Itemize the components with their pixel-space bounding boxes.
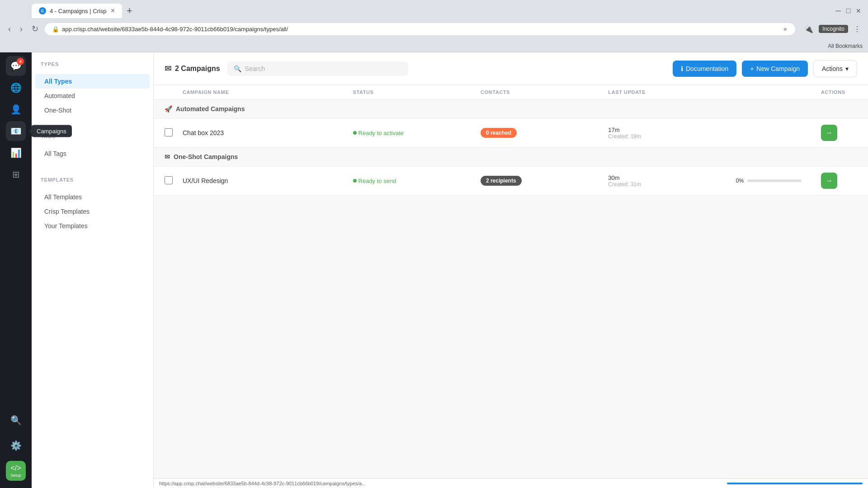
user-icon: 👤 <box>10 104 22 115</box>
search-icon: 🔍 <box>10 415 22 426</box>
new-campaign-button[interactable]: + New Campaign <box>742 61 808 77</box>
plus-icon: + <box>750 65 754 72</box>
last-update-sub-chatbox: Created: 19m <box>608 133 736 140</box>
notification-badge: 4 <box>17 58 24 65</box>
setup-label: Setup <box>10 473 21 478</box>
plugins-icon: ⊞ <box>12 169 20 180</box>
nav-item-globe[interactable]: 🌐 <box>6 78 26 98</box>
search-icon: 🔍 <box>234 65 241 72</box>
sidebar-item-your-templates[interactable]: Your Templates <box>35 219 150 233</box>
th-last-update: LAST UPDATE <box>608 89 736 95</box>
nav-item-chat[interactable]: 💬 4 <box>6 56 26 76</box>
progress-uxui: 0% <box>736 178 821 184</box>
table-row: Chat box 2023 Ready to activate 0 reache… <box>154 118 868 148</box>
nav-item-settings[interactable]: ⚙️ <box>6 436 26 455</box>
mail-icon: ✉ <box>165 64 171 74</box>
progress-bar-uxui <box>747 179 802 182</box>
contacts-badge-chatbox: 0 reached <box>481 128 517 138</box>
oneshot-campaigns-section: ✉ One-Shot Campaigns <box>154 148 868 166</box>
status-progress-bar <box>727 483 863 484</box>
bookmarks-label: All Bookmarks <box>828 43 863 49</box>
automated-section-label: Automated Campaigns <box>176 105 245 113</box>
contacts-badge-uxui: 2 recipients <box>481 176 522 186</box>
last-update-uxui: 30m Created: 31m <box>608 174 736 188</box>
setup-button[interactable]: </> Setup <box>6 461 26 481</box>
doc-icon: ℹ <box>681 65 683 72</box>
action-button-uxui[interactable]: → <box>821 173 837 189</box>
status-chatbox: Ready to activate <box>353 130 481 136</box>
nav-item-contacts[interactable]: 👤 <box>6 99 26 119</box>
rocket-icon: 🚀 <box>165 105 172 113</box>
campaigns-count-label: 2 Campaigns <box>175 65 220 73</box>
last-update-main-chatbox: 17m <box>608 127 736 133</box>
tab-close-button[interactable]: × <box>111 7 115 15</box>
last-update-main-uxui: 30m <box>608 174 736 181</box>
main-content: ✉ 2 Campaigns 🔍 ℹ Documentation + New Ca… <box>154 52 868 488</box>
th-status: STATUS <box>353 89 481 95</box>
globe-icon: 🌐 <box>10 82 22 93</box>
documentation-button[interactable]: ℹ Documentation <box>673 61 736 77</box>
row-checkbox-chatbox[interactable] <box>165 128 173 136</box>
campaign-name-uxui: UX/UI Redesign <box>183 177 353 184</box>
actions-button[interactable]: Actions ▾ <box>813 60 857 77</box>
sidebar-item-automated[interactable]: Automated <box>35 89 150 103</box>
close-button[interactable]: × <box>854 5 863 18</box>
status-url: https://app.crisp.chat/website/6833ae5b-… <box>159 481 727 486</box>
sidebar-item-all-templates[interactable]: All Templates <box>35 190 150 204</box>
forward-button[interactable]: › <box>17 23 25 36</box>
th-actions: ACTIONS <box>821 89 857 95</box>
campaign-name-chatbox: Chat box 2023 <box>183 129 353 136</box>
search-box: 🔍 <box>227 61 408 76</box>
contacts-uxui: 2 recipients <box>481 176 608 186</box>
analytics-icon: 📊 <box>10 147 22 158</box>
action-button-chatbox[interactable]: → <box>821 125 837 141</box>
minimize-button[interactable]: ─ <box>834 5 842 17</box>
menu-button[interactable]: ⋮ <box>852 23 863 35</box>
campaigns-icon: 📧 <box>10 126 22 136</box>
oneshot-section-label: One-Shot Campaigns <box>174 153 238 160</box>
progress-label-uxui: 0% <box>736 178 744 184</box>
table-header: CAMPAIGN NAME STATUS CONTACTS LAST UPDAT… <box>154 85 868 100</box>
status-dot-chatbox <box>353 131 357 135</box>
status-bar: https://app.crisp.chat/website/6833ae5b-… <box>154 478 868 488</box>
campaigns-count: ✉ 2 Campaigns <box>165 64 220 74</box>
campaigns-table: CAMPAIGN NAME STATUS CONTACTS LAST UPDAT… <box>154 85 868 478</box>
templates-section-title: TEMPLATES <box>41 177 144 183</box>
tab-title: 4 - Campaigns | Crisp <box>50 8 106 14</box>
incognito-badge: Incognito <box>819 25 848 33</box>
status-uxui: Ready to send <box>353 178 481 184</box>
th-checkbox <box>165 89 183 95</box>
url-bar[interactable]: app.crisp.chat/website/6833ae5b-844d-4c9… <box>62 26 780 33</box>
setup-code-icon: </> <box>10 464 21 472</box>
action-chatbox: → <box>821 125 857 141</box>
nav-item-campaigns[interactable]: 📧 Campaigns <box>6 121 26 141</box>
contacts-chatbox: 0 reached <box>481 128 608 138</box>
new-tab-button[interactable]: + <box>124 3 135 19</box>
th-campaign-name: CAMPAIGN NAME <box>183 89 353 95</box>
maximize-button[interactable]: □ <box>844 5 853 17</box>
nav-item-search[interactable]: 🔍 <box>6 410 26 430</box>
chevron-down-icon: ▾ <box>845 65 849 72</box>
gear-icon: ⚙️ <box>10 440 22 451</box>
extensions-button[interactable]: 🔌 <box>802 23 815 35</box>
search-input[interactable] <box>245 65 402 72</box>
last-update-sub-uxui: Created: 31m <box>608 181 736 188</box>
top-bar: ✉ 2 Campaigns 🔍 ℹ Documentation + New Ca… <box>154 52 868 85</box>
sidebar-item-all-tags[interactable]: All Tags <box>35 146 150 161</box>
sidebar-item-crisp-templates[interactable]: Crisp Templates <box>35 204 150 219</box>
status-dot-uxui <box>353 179 357 183</box>
last-update-chatbox: 17m Created: 19m <box>608 127 736 140</box>
back-button[interactable]: ‹ <box>5 23 14 36</box>
icon-nav: 💬 4 🌐 👤 📧 Campaigns 📊 ⊞ 🔍 ⚙️ </> <box>0 52 32 488</box>
sidebar-item-one-shot[interactable]: One-Shot <box>35 103 150 117</box>
th-progress <box>736 89 821 95</box>
row-checkbox-uxui[interactable] <box>165 176 173 184</box>
sidebar-item-all-types[interactable]: All Types <box>35 74 150 89</box>
table-row: UX/UI Redesign Ready to send 2 recipient… <box>154 166 868 196</box>
nav-item-analytics[interactable]: 📊 <box>6 143 26 163</box>
automated-campaigns-section: 🚀 Automated Campaigns <box>154 100 868 118</box>
tags-section-title: TAGS <box>41 134 144 139</box>
nav-item-plugins[interactable]: ⊞ <box>6 164 26 184</box>
reload-button[interactable]: ↻ <box>29 22 41 36</box>
sidebar: TYPES All Types Automated One-Shot TAGS … <box>32 52 154 488</box>
